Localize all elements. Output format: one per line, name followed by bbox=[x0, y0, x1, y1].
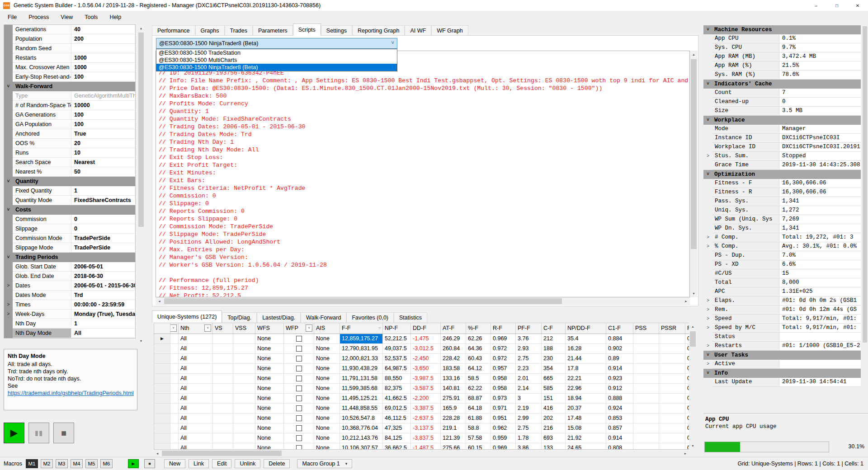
status-row[interactable]: >Elaps.#01: 0d 0h 0m 2s (GSB1 bbox=[703, 296, 861, 306]
status-section-indicators-cache[interactable]: ˅Indicators' Cache bbox=[703, 80, 861, 89]
column-header-pssr[interactable]: PSSR bbox=[659, 323, 685, 334]
status-row[interactable]: Cleaned-up0 bbox=[703, 98, 861, 107]
param-value[interactable]: 1 bbox=[71, 319, 135, 329]
tab-ai-wf[interactable]: AI WF bbox=[405, 25, 431, 36]
param-row[interactable]: Early-Stop Reset-and-100 bbox=[4, 72, 135, 82]
minimize-button-icon[interactable]: – bbox=[806, 0, 826, 11]
column-header-pf-f[interactable]: PF-F bbox=[516, 323, 542, 334]
param-value[interactable]: 200 bbox=[71, 34, 135, 44]
status-row[interactable]: Count7 bbox=[703, 89, 861, 98]
scroll-up-icon[interactable]: ▲ bbox=[690, 51, 698, 58]
param-value[interactable]: 2018-06-30 bbox=[71, 272, 135, 281]
tab-unique-systems-1272-[interactable]: Unique-Systems (1272) bbox=[152, 310, 222, 323]
tab-top-diag-[interactable]: Top/Diag. bbox=[222, 312, 257, 323]
tab-statistics[interactable]: Statistics bbox=[394, 312, 427, 323]
column-header-c1-f[interactable]: C1-F bbox=[606, 323, 633, 334]
status-row[interactable]: WP Sum (Uniq. Sys7,269 bbox=[703, 215, 861, 224]
param-row[interactable]: >Dates2006-05-01 - 2015-06-30 bbox=[4, 281, 135, 291]
column-header-wfs[interactable]: WFS bbox=[255, 323, 284, 334]
tab-lastest-diag-[interactable]: Lastest/Diag. bbox=[257, 312, 301, 323]
scrollbar-thumb[interactable] bbox=[164, 298, 562, 304]
status-row[interactable]: Uniq. Sys.1,272 bbox=[703, 206, 861, 215]
param-value[interactable]: 1000 bbox=[71, 53, 135, 63]
param-value[interactable]: 2006-05-01 bbox=[71, 262, 135, 272]
param-value[interactable]: 50 bbox=[71, 167, 135, 177]
status-row[interactable]: Workplace IDDXC1i6CTPsneIC03I.20191 bbox=[703, 143, 861, 152]
param-row[interactable]: Slippage0 bbox=[4, 224, 135, 234]
status-row[interactable]: #C/US15 bbox=[703, 269, 861, 278]
column-header-dd-f[interactable]: DD-F bbox=[411, 323, 441, 334]
status-row[interactable]: ModeManager bbox=[703, 125, 861, 134]
checkbox-unchecked[interactable] bbox=[296, 385, 302, 391]
param-row[interactable]: Generations40 bbox=[4, 25, 135, 34]
scrollbar-thumb[interactable] bbox=[138, 33, 144, 227]
macro-button-m3[interactable]: M3 bbox=[56, 459, 68, 468]
scroll-right-icon[interactable]: ► bbox=[682, 450, 689, 457]
menu-tools[interactable]: Tools bbox=[79, 12, 104, 23]
param-row[interactable]: >Week-DaysMonday (True), Tuesday bbox=[4, 310, 135, 319]
column-header-ais[interactable]: AIS bbox=[314, 323, 340, 334]
status-row[interactable]: Pass. Sys.1,341 bbox=[703, 197, 861, 206]
param-row[interactable]: Commission0 bbox=[4, 215, 135, 224]
param-row[interactable]: Nth Day ModeAll bbox=[4, 329, 135, 338]
param-row[interactable]: Slippage ModeTradePerSide bbox=[4, 243, 135, 253]
macro-button-m2[interactable]: M2 bbox=[41, 459, 53, 468]
column-header-select[interactable]: ˅ bbox=[170, 323, 179, 334]
param-value[interactable]: 20 bbox=[71, 139, 135, 148]
table-row[interactable]: AllNoneNone11,930,438.2964,987.5-3,65018… bbox=[154, 364, 689, 374]
column-header--f[interactable]: %-F bbox=[466, 323, 491, 334]
param-row[interactable]: Restarts1000 bbox=[4, 53, 135, 63]
column-header-vss[interactable]: VSS bbox=[233, 323, 255, 334]
checkbox-unchecked[interactable] bbox=[296, 445, 302, 450]
tab-settings[interactable]: Settings bbox=[321, 25, 352, 36]
scrollbar-thumb[interactable] bbox=[690, 331, 696, 347]
table-row[interactable]: AllNoneNone10,106,307.5736,662.5-1,487.5… bbox=[154, 443, 689, 450]
status-row[interactable]: App RAM (%)21.5% bbox=[703, 61, 861, 70]
column-header-f-f[interactable]: F-F▿ bbox=[340, 323, 383, 334]
status-section-user-tasks[interactable]: ˅User Tasks bbox=[703, 351, 861, 360]
tab-favorites-0-0-[interactable]: Favorites (0,0) bbox=[346, 312, 394, 323]
status-row[interactable]: Instance IDDXC1i6CTPsneIC03I bbox=[703, 134, 861, 143]
status-row[interactable]: >Speed by M/CTotal: 9,917/min, #01: bbox=[703, 324, 861, 333]
script-code-editor[interactable]: // ID: 20191129-193756-636342-P4hEE// In… bbox=[156, 51, 690, 297]
param-row[interactable]: Glob. End Date2018-06-30 bbox=[4, 272, 135, 281]
code-vscrollbar[interactable]: ▲ ▼ bbox=[690, 51, 698, 297]
status-scrollbar[interactable] bbox=[862, 25, 868, 387]
param-row[interactable]: TypeGeneticAlgorithmMultiTh bbox=[4, 91, 135, 101]
scrollbar-thumb[interactable] bbox=[863, 26, 867, 343]
script-option[interactable]: @ES30:0830-1500 TradeStation bbox=[156, 49, 397, 56]
param-row[interactable]: Search SpaceNearest bbox=[4, 158, 135, 167]
table-row[interactable]: AllNoneNone11,495,125.2141,662.5-2,20027… bbox=[154, 394, 689, 404]
run-macro-button-icon[interactable]: ▶ bbox=[128, 459, 139, 468]
checkbox-unchecked[interactable] bbox=[296, 425, 302, 431]
param-row[interactable]: Fixed Quantity1 bbox=[4, 186, 135, 196]
param-value[interactable]: 100 bbox=[71, 120, 135, 129]
checkbox-unchecked[interactable] bbox=[296, 346, 302, 352]
status-row[interactable]: ># Comp.Total: 19,272, #01: 3 bbox=[703, 233, 861, 242]
scroll-down-icon[interactable]: ▼ bbox=[690, 290, 698, 297]
checkbox-unchecked[interactable] bbox=[296, 366, 302, 371]
filter-chevron-icon[interactable]: ˅ bbox=[204, 324, 211, 332]
checkbox-unchecked[interactable] bbox=[296, 395, 302, 401]
param-value[interactable]: 1000 bbox=[71, 63, 135, 72]
table-row[interactable]: AllNoneNone11,448,858.5569,012.5-3,387.5… bbox=[154, 404, 689, 414]
status-section-workplace[interactable]: ˅Workplace bbox=[703, 116, 861, 125]
tab-graphs[interactable]: Graphs bbox=[195, 25, 225, 36]
table-row[interactable]: AllNoneNone11,791,131.5888,550-3,987.513… bbox=[154, 374, 689, 384]
table-row[interactable]: AllNoneNone10,212,143.7684,125-3,837.512… bbox=[154, 433, 689, 443]
param-row[interactable]: Max. Crossover Atten1000 bbox=[4, 63, 135, 72]
param-value[interactable]: 10 bbox=[71, 148, 135, 158]
param-row[interactable]: OOS %20 bbox=[4, 139, 135, 148]
checkbox-unchecked[interactable] bbox=[296, 336, 302, 342]
param-value[interactable]: TradePerSide bbox=[71, 243, 135, 253]
param-value[interactable]: 40 bbox=[71, 25, 135, 34]
column-header-wfp[interactable]: WFP˅ bbox=[284, 323, 314, 334]
status-row[interactable]: PS - XD6.6% bbox=[703, 260, 861, 269]
script-option[interactable]: @ES30:0830-1500 MultiCharts bbox=[156, 56, 397, 64]
param-section-trading-periods[interactable]: ˅Trading Periods bbox=[4, 253, 135, 262]
macro-button-m1[interactable]: M1 bbox=[26, 459, 38, 468]
checkbox-unchecked[interactable] bbox=[296, 405, 302, 411]
scroll-left-icon[interactable]: ◄ bbox=[154, 450, 161, 457]
status-section-optimization[interactable]: ˅Optimization bbox=[703, 170, 861, 179]
scroll-down-icon[interactable]: ▼ bbox=[689, 442, 697, 450]
